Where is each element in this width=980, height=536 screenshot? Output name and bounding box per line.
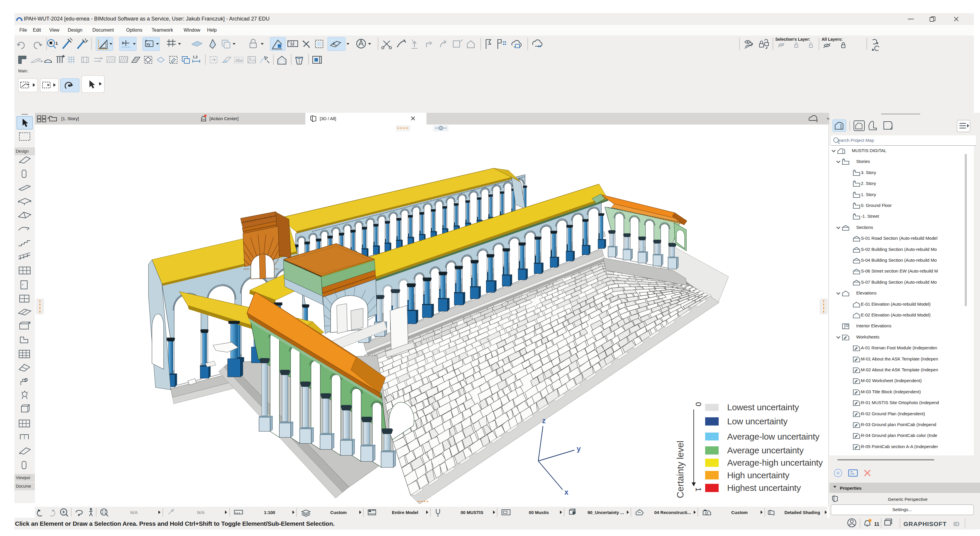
svg-text:12: 12 xyxy=(290,42,294,46)
svg-text:GRAPHISOFT: GRAPHISOFT xyxy=(904,520,947,527)
svg-text:Average uncertainty: Average uncertainty xyxy=(727,446,804,455)
svg-text:Certainty level: Certainty level xyxy=(675,441,686,498)
svg-text:x: x xyxy=(564,488,568,496)
svg-text:ID: ID xyxy=(953,520,959,527)
svg-text:All Layers:: All Layers: xyxy=(822,37,843,41)
svg-text:1: 1 xyxy=(694,487,703,492)
svg-text:Average-low uncertainty: Average-low uncertainty xyxy=(727,432,819,441)
svg-text:1: 1 xyxy=(56,41,58,46)
svg-text:y: y xyxy=(577,444,581,453)
svg-text:Generic Perspective: Generic Perspective xyxy=(888,497,928,502)
svg-text:Selection's Layer:: Selection's Layer: xyxy=(775,37,810,41)
svg-text:0: 0 xyxy=(694,402,703,406)
svg-text:Properties: Properties xyxy=(840,485,862,491)
svg-text:Average-high uncertainty: Average-high uncertainty xyxy=(727,458,823,468)
svg-text:xy: xy xyxy=(146,42,151,46)
svg-text:11: 11 xyxy=(874,521,880,527)
svg-text:Abc: Abc xyxy=(235,58,243,63)
svg-text:1.2: 1.2 xyxy=(193,55,198,59)
svg-text:z: z xyxy=(542,416,546,425)
svg-text:Low uncertainty: Low uncertainty xyxy=(727,416,788,426)
svg-text:Highest uncertainty: Highest uncertainty xyxy=(727,483,801,493)
svg-text:High uncertainty: High uncertainty xyxy=(727,470,789,480)
svg-text:Settings...: Settings... xyxy=(892,507,912,512)
svg-text:Lowest uncertainty: Lowest uncertainty xyxy=(727,402,799,412)
